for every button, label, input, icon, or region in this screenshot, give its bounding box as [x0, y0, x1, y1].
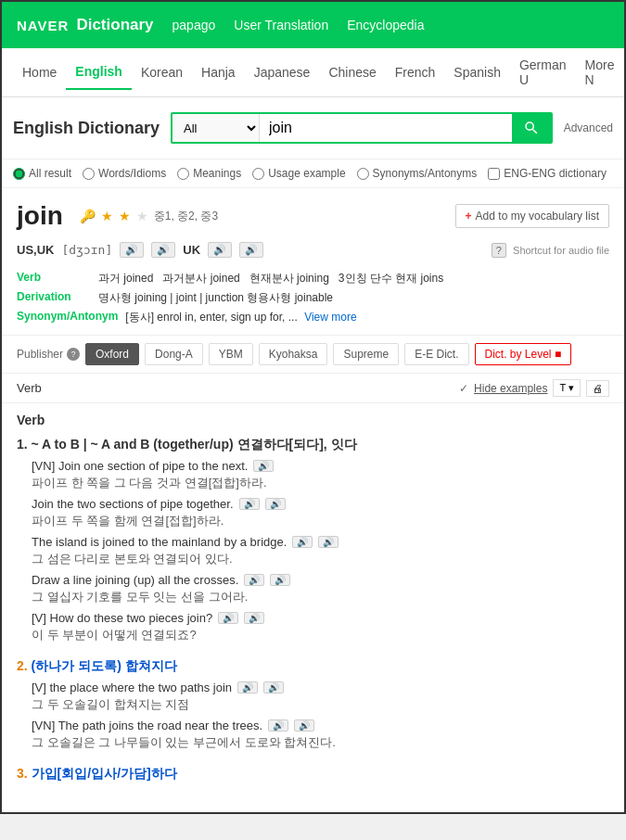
example-en-1-2: The island is joined to the mainland by …	[32, 535, 609, 549]
filter-row: All result Words/Idioms Meanings Usage e…	[2, 159, 624, 188]
example-ko-1-1: 파이프 두 쪽을 함께 연결[접합]하라.	[32, 513, 609, 529]
pub-tab-ybm[interactable]: YBM	[209, 343, 253, 365]
text-size-button[interactable]: T ▾	[553, 379, 581, 397]
def-title-1: 1. ~ A to B | ~ A and B (together/up) 연결…	[17, 437, 609, 453]
example-en-1-4: [V] How do these two pieces join? 🔊 🔊	[32, 611, 609, 625]
word-title: join	[17, 201, 63, 231]
key-icon: 🔑	[80, 209, 96, 223]
grammar-synonym-label: Synonym/Antonym	[17, 310, 118, 323]
audio-button-ex-1-3[interactable]: 🔊	[244, 574, 264, 586]
pub-tab-supreme[interactable]: Supreme	[333, 343, 399, 365]
example-block-1-1: Join the two sections of pipe together. …	[32, 497, 609, 529]
word-meta: 🔑 ★ ★ ★ 중1, 중2, 중3	[80, 209, 218, 224]
audio-button-ex-2-1b[interactable]: 🔊	[294, 719, 314, 732]
nav-korean[interactable]: Korean	[132, 56, 192, 89]
nav-more[interactable]: More N	[576, 48, 624, 96]
example-en-1-1: Join the two sections of pipe together. …	[32, 497, 609, 511]
star-empty-1: ★	[136, 209, 148, 223]
audio-button-ex-1-1b[interactable]: 🔊	[265, 498, 286, 510]
filter-synonyms[interactable]: Synonyms/Antonyms	[357, 167, 478, 180]
filter-usage-example[interactable]: Usage example	[252, 167, 345, 180]
filter-all-result[interactable]: All result	[13, 167, 71, 180]
papago-link[interactable]: papago	[172, 18, 216, 32]
user-translation-link[interactable]: User Translation	[234, 18, 328, 32]
audio-button-us-2[interactable]: 🔊	[151, 242, 175, 258]
search-button[interactable]	[512, 114, 551, 142]
grammar-synonym-row: Synonym/Antonym [동사] enrol in, enter, si…	[17, 310, 609, 325]
nav-english[interactable]: English	[66, 55, 132, 90]
pub-tab-kyohaksa[interactable]: Kyohaksa	[259, 343, 328, 365]
audio-button-ex-1-0[interactable]: 🔊	[253, 460, 274, 472]
audio-button-uk[interactable]: 🔊	[208, 242, 232, 258]
example-ko-2-1: 그 오솔길은 그 나무들이 있는 부근에서 도로와 합쳐진다.	[32, 734, 609, 751]
checkmark-icon: ✓	[459, 382, 468, 395]
definition-1: 1. ~ A to B | ~ A and B (together/up) 연결…	[17, 437, 609, 643]
search-box: All Words Meanings	[171, 112, 553, 144]
audio-button-us[interactable]: 🔊	[120, 242, 144, 258]
nav-german[interactable]: German U	[510, 48, 576, 96]
publisher-help-icon[interactable]: ?	[67, 348, 80, 361]
language-nav: Home English Korean Hanja Japanese Chine…	[2, 48, 624, 97]
pron-us-uk-label: US,UK	[17, 243, 54, 257]
def-title-3: 3. 가입[회입/입사/가담]하다	[17, 766, 609, 783]
print-button[interactable]: 🖨	[586, 380, 609, 397]
pub-tab-oxford[interactable]: Oxford	[85, 343, 139, 365]
grammar-verb-content: 과거 joined 과거분사 joined 현재분사 joining 3인칭 단…	[98, 271, 443, 286]
view-more-link[interactable]: View more	[304, 311, 356, 324]
search-area: English Dictionary All Words Meanings Ad…	[2, 97, 624, 159]
definition-3: 3. 가입[회입/입사/가담]하다	[17, 766, 609, 783]
example-block-2-0: [V] the place where the two paths join 🔊…	[32, 681, 609, 713]
nav-home[interactable]: Home	[13, 56, 66, 89]
add-vocab-label: Add to my vocabulary list	[476, 210, 599, 223]
grammar-table: Verb 과거 joined 과거분사 joined 현재분사 joining …	[2, 265, 624, 335]
grammar-synonym-content: [동사] enrol in, enter, sign up for, ... V…	[125, 310, 356, 325]
nav-french[interactable]: French	[386, 56, 445, 89]
logo-dict: Dictionary	[76, 16, 153, 34]
pron-uk-label: UK	[183, 243, 200, 257]
content-area: Verb 1. ~ A to B | ~ A and B (together/u…	[2, 403, 624, 812]
search-category-select[interactable]: All Words Meanings	[172, 114, 260, 142]
nav-japanese[interactable]: Japanese	[245, 56, 320, 89]
filter-eng-eng[interactable]: ENG-ENG dictionary	[488, 167, 607, 180]
audio-button-ex-2-1[interactable]: 🔊	[268, 719, 288, 732]
audio-button-ex-1-4[interactable]: 🔊	[218, 612, 238, 624]
example-ko-1-3: 그 열십자 기호를 모두 잇는 선을 그어라.	[32, 589, 609, 605]
word-header: join 🔑 ★ ★ ★ 중1, 중2, 중3 + Add to my voca…	[2, 188, 624, 238]
audio-button-ex-1-2b[interactable]: 🔊	[318, 536, 339, 548]
example-block-1-2: The island is joined to the mainland by …	[32, 535, 609, 567]
encyclopedia-link[interactable]: Encyclopedia	[347, 18, 424, 32]
audio-button-ex-2-0[interactable]: 🔊	[237, 681, 258, 694]
example-en-2-0: [V] the place where the two paths join 🔊…	[32, 681, 609, 694]
example-block-1-0: [VN] Join one section of pipe to the nex…	[32, 459, 609, 491]
grammar-derivation-content: 명사형 joining | joint | junction 형용사형 join…	[98, 290, 333, 306]
advanced-link[interactable]: Advanced	[564, 121, 613, 134]
section-controls: ✓ Hide examples T ▾ 🖨	[459, 379, 609, 397]
nav-chinese[interactable]: Chinese	[319, 56, 385, 89]
section-header: Verb ✓ Hide examples T ▾ 🖨	[2, 374, 624, 403]
nav-hanja[interactable]: Hanja	[192, 56, 245, 89]
filter-words-idioms[interactable]: Words/Idioms	[83, 167, 166, 180]
example-block-1-3: Draw a line joining (up) all the crosses…	[32, 573, 609, 605]
audio-button-ex-1-3b[interactable]: 🔊	[270, 574, 290, 586]
search-input[interactable]	[260, 114, 512, 142]
audio-button-ex-1-2[interactable]: 🔊	[292, 536, 313, 548]
logo: NAVER Dictionary	[13, 16, 154, 35]
add-vocab-button[interactable]: + Add to my vocabulary list	[455, 204, 609, 228]
audio-button-ex-2-0b[interactable]: 🔊	[263, 681, 284, 694]
shortcut-icon: ?	[492, 243, 506, 258]
example-ko-2-0: 그 두 오솔길이 합쳐지는 지점	[32, 696, 609, 713]
star-filled-1: ★	[101, 209, 113, 223]
publisher-label: Publisher ?	[17, 348, 80, 361]
example-en-1-3: Draw a line joining (up) all the crosses…	[32, 573, 609, 587]
audio-button-ex-1-4b[interactable]: 🔊	[244, 612, 264, 624]
pub-tab-donga[interactable]: Dong-A	[145, 343, 203, 365]
hide-examples-btn[interactable]: Hide examples	[474, 382, 547, 395]
grammar-verb-row: Verb 과거 joined 과거분사 joined 현재분사 joining …	[17, 271, 609, 286]
pub-tab-ee-dict[interactable]: E-E Dict.	[404, 343, 468, 365]
star-filled-2: ★	[119, 209, 131, 223]
pub-tab-dict-by-level[interactable]: Dict. by Level ■	[475, 343, 572, 365]
nav-spanish[interactable]: Spanish	[444, 56, 510, 89]
audio-button-uk-2[interactable]: 🔊	[239, 242, 263, 258]
filter-meanings[interactable]: Meanings	[177, 167, 241, 180]
audio-button-ex-1-1[interactable]: 🔊	[239, 498, 260, 510]
